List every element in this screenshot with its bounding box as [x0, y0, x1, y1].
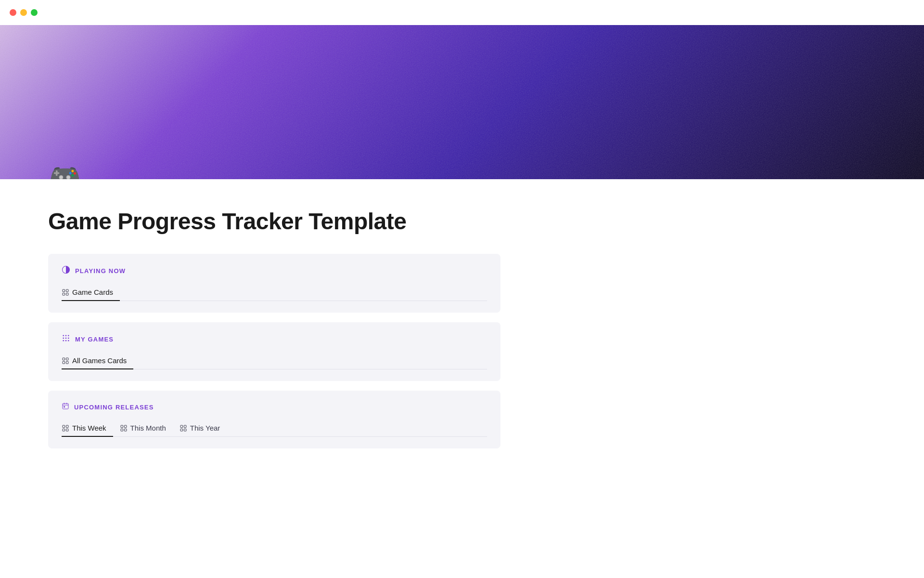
- game-cards-tab[interactable]: Game Cards: [62, 284, 120, 301]
- grid-icon: [62, 289, 69, 296]
- my-games-tab-bar: All Games Cards: [62, 353, 487, 369]
- minimize-button[interactable]: [20, 9, 27, 16]
- svg-rect-33: [184, 429, 186, 431]
- traffic-lights-bar: [0, 0, 924, 25]
- playing-now-title: PLAYING NOW: [75, 267, 126, 275]
- upcoming-releases-header: UPCOMING RELEASES: [62, 402, 487, 412]
- my-games-title: MY GAMES: [75, 336, 114, 343]
- dots-grid-icon: [62, 334, 70, 345]
- svg-rect-22: [63, 425, 65, 428]
- upcoming-releases-section: UPCOMING RELEASES This Week: [48, 391, 500, 448]
- svg-point-9: [68, 338, 69, 339]
- this-year-tab-label: This Year: [190, 424, 220, 432]
- svg-rect-28: [121, 429, 123, 431]
- svg-point-4: [63, 335, 64, 336]
- svg-rect-31: [184, 425, 186, 428]
- maximize-button[interactable]: [31, 9, 38, 16]
- this-month-tab[interactable]: This Month: [113, 420, 173, 437]
- svg-rect-17: [63, 404, 68, 409]
- calendar-icon: [62, 402, 69, 412]
- svg-point-8: [65, 338, 67, 339]
- this-week-tab-label: This Week: [72, 424, 106, 432]
- this-week-tab[interactable]: This Week: [62, 420, 113, 437]
- svg-rect-16: [66, 361, 68, 364]
- svg-rect-13: [63, 358, 65, 360]
- all-games-cards-tab[interactable]: All Games Cards: [62, 353, 133, 369]
- svg-rect-32: [180, 429, 183, 431]
- svg-point-10: [63, 340, 64, 342]
- svg-rect-0: [63, 289, 65, 292]
- my-games-header: MY GAMES: [62, 334, 487, 345]
- my-games-section: MY GAMES All Games Cards: [48, 322, 500, 381]
- svg-rect-30: [180, 425, 183, 428]
- game-cards-tab-label: Game Cards: [72, 288, 113, 296]
- playing-now-section: PLAYING NOW Game Cards: [48, 254, 500, 313]
- svg-rect-15: [63, 361, 65, 364]
- svg-point-6: [68, 335, 69, 336]
- svg-point-7: [63, 338, 64, 339]
- svg-rect-21: [64, 407, 65, 407]
- svg-point-5: [65, 335, 67, 336]
- hero-banner: 🎮: [0, 25, 924, 179]
- this-year-tab[interactable]: This Year: [173, 420, 227, 437]
- this-month-tab-label: This Month: [130, 424, 166, 432]
- grid-icon-2: [62, 357, 69, 365]
- svg-rect-3: [66, 293, 68, 295]
- grid-icon-5: [180, 424, 187, 432]
- svg-point-11: [65, 340, 67, 342]
- svg-rect-25: [66, 429, 68, 431]
- upcoming-releases-tab-bar: This Week This Month: [62, 420, 487, 437]
- main-content: Game Progress Tracker Template PLAYING N…: [0, 179, 924, 487]
- svg-point-12: [68, 340, 69, 342]
- grid-icon-3: [62, 424, 69, 432]
- grid-icon-4: [120, 424, 128, 432]
- all-games-cards-tab-label: All Games Cards: [72, 356, 127, 365]
- playing-now-tab-bar: Game Cards: [62, 284, 487, 301]
- svg-rect-26: [121, 425, 123, 428]
- svg-rect-2: [63, 293, 65, 295]
- svg-rect-1: [66, 289, 68, 292]
- svg-rect-23: [66, 425, 68, 428]
- page-icon: 🎮: [48, 162, 82, 179]
- page-title: Game Progress Tracker Template: [48, 208, 876, 235]
- svg-rect-24: [63, 429, 65, 431]
- circle-half-icon: [62, 265, 70, 276]
- svg-rect-14: [66, 358, 68, 360]
- close-button[interactable]: [10, 9, 16, 16]
- svg-rect-29: [124, 429, 127, 431]
- svg-rect-27: [124, 425, 127, 428]
- playing-now-header: PLAYING NOW: [62, 265, 487, 276]
- upcoming-releases-title: UPCOMING RELEASES: [74, 404, 154, 411]
